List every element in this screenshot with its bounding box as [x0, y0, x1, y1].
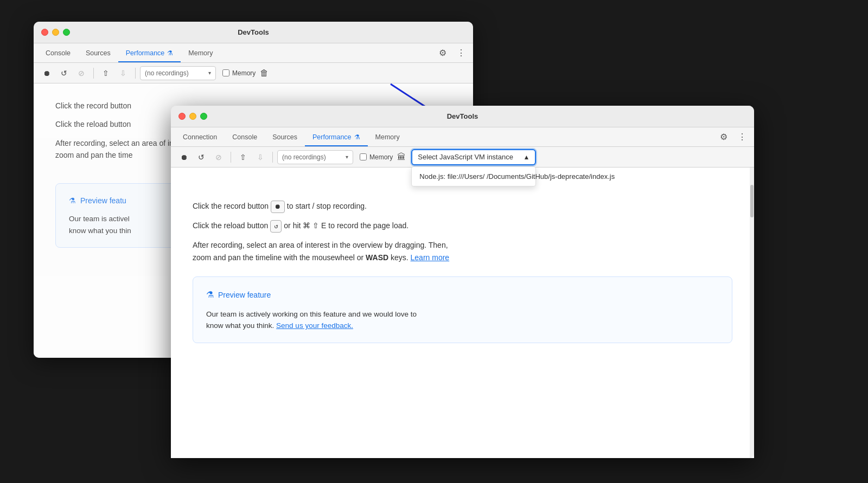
tab-connection-front[interactable]: Connection [175, 129, 225, 146]
tab-console-back[interactable]: Console [38, 45, 78, 62]
tab-sources-back[interactable]: Sources [78, 45, 118, 62]
window-title-front: DevTools [447, 112, 478, 120]
preview-feature-box: ⚗ Preview feature Our team is actively w… [193, 276, 732, 343]
tab-actions-back: ⚙ ⋮ [435, 45, 469, 62]
performance-icon-back: ⚗ [167, 49, 173, 57]
upload-button-front[interactable]: ⇧ [235, 150, 251, 165]
devtools-window-front: DevTools Connection Console Sources Perf… [171, 106, 754, 458]
title-bar-front: DevTools [171, 106, 754, 127]
wasd-keys: WASD [366, 253, 388, 262]
close-button-front[interactable] [178, 113, 186, 120]
tab-performance-back[interactable]: Performance ⚗ [118, 45, 181, 62]
recordings-dropdown-back[interactable]: (no recordings) ▾ [140, 66, 216, 80]
record-button-front[interactable]: ⏺ [176, 150, 192, 165]
tab-sources-front[interactable]: Sources [265, 129, 305, 146]
preview-feature-text: Our team is actively working on this fea… [206, 308, 719, 332]
main-content-front: Click the record button ⏺ to start / sto… [171, 168, 754, 458]
record-button-back[interactable]: ⏺ [39, 66, 54, 81]
upload-button-back[interactable]: ⇧ [98, 66, 113, 81]
more-button-back[interactable]: ⋮ [454, 45, 469, 60]
dropdown-arrow-front: ▾ [346, 154, 348, 160]
minimize-button-front[interactable] [189, 113, 196, 120]
tab-actions-front: ⚙ ⋮ [716, 129, 750, 146]
scroll-thumb[interactable] [750, 185, 754, 217]
recordings-dropdown-front[interactable]: (no recordings) ▾ [277, 150, 353, 164]
window-title-back: DevTools [238, 28, 269, 36]
memory-checkbox-input-front[interactable] [360, 153, 367, 160]
toolbar-back: ⏺ ↺ ⊘ ⇧ ⇩ (no recordings) ▾ Memory 🗑 [34, 63, 473, 83]
vm-selector-button[interactable]: Select JavaScript VM instance ▲ [411, 149, 536, 165]
more-button-front[interactable]: ⋮ [735, 129, 750, 144]
tab-bar-back: Console Sources Performance ⚗ Memory ⚙ ⋮ [34, 43, 473, 63]
storage-button-front[interactable]: 🏛 [397, 152, 406, 162]
flask-icon-back: ⚗ [69, 195, 76, 207]
settings-button-front[interactable]: ⚙ [716, 129, 731, 144]
feedback-link[interactable]: Send us your feedback. [276, 321, 353, 330]
tab-console-front[interactable]: Console [225, 129, 265, 146]
dropdown-arrow-back: ▾ [208, 70, 211, 76]
trash-button-back[interactable]: 🗑 [260, 68, 269, 78]
vm-dropdown-item[interactable]: Node.js: file:///Users/ /Documents/GitHu… [412, 167, 535, 186]
maximize-button-front[interactable] [200, 113, 207, 120]
reload-button-back[interactable]: ↺ [56, 66, 72, 81]
reload-button-front[interactable]: ↺ [194, 150, 209, 165]
download-button-front: ⇩ [253, 150, 268, 165]
toolbar-divider2-back [135, 68, 136, 79]
vm-selector-arrow: ▲ [523, 153, 529, 161]
record-kbd: ⏺ [271, 201, 285, 213]
tab-memory-front[interactable]: Memory [368, 129, 407, 146]
tab-performance-front[interactable]: Performance ⚗ [305, 129, 368, 146]
memory-checkbox-input-back[interactable] [222, 69, 229, 76]
toolbar-divider1-front [231, 152, 231, 163]
front-record-line: Click the record button ⏺ to start / sto… [193, 200, 732, 213]
preview-feature-title: ⚗ Preview feature [206, 288, 719, 302]
performance-icon-front: ⚗ [354, 133, 360, 141]
toolbar-divider1-back [93, 68, 94, 79]
learn-more-link[interactable]: Learn more [411, 253, 450, 262]
traffic-lights-front [178, 113, 207, 120]
front-reload-line: Click the reload button ↺ or hit ⌘ ⇧ E t… [193, 220, 732, 233]
download-button-back: ⇩ [116, 66, 131, 81]
memory-checkbox-back[interactable]: Memory [222, 69, 256, 77]
flask-icon-front: ⚗ [206, 288, 214, 302]
settings-button-back[interactable]: ⚙ [435, 45, 450, 60]
reload-kbd: ↺ [270, 220, 282, 233]
cancel-button-back: ⊘ [74, 66, 89, 81]
scroll-track[interactable] [750, 168, 754, 458]
tab-memory-back[interactable]: Memory [181, 45, 220, 62]
cancel-button-front: ⊘ [211, 150, 226, 165]
minimize-button-back[interactable] [52, 29, 59, 36]
traffic-lights-back [41, 29, 70, 36]
maximize-button-back[interactable] [63, 29, 70, 36]
tab-bar-front: Connection Console Sources Performance ⚗… [171, 127, 754, 147]
toolbar-front: ⏺ ↺ ⊘ ⇧ ⇩ (no recordings) ▾ Memory 🏛 Sel… [171, 147, 754, 168]
toolbar-divider2-front [272, 152, 273, 163]
title-bar-back: DevTools [34, 22, 473, 43]
vm-selector-wrapper: Select JavaScript VM instance ▲ Node.js:… [411, 149, 536, 165]
front-after-line: After recording, select an area of inter… [193, 239, 732, 263]
vm-dropdown-list: Node.js: file:///Users/ /Documents/GitHu… [411, 166, 536, 186]
close-button-back[interactable] [41, 29, 48, 36]
memory-checkbox-front[interactable]: Memory [360, 153, 393, 161]
